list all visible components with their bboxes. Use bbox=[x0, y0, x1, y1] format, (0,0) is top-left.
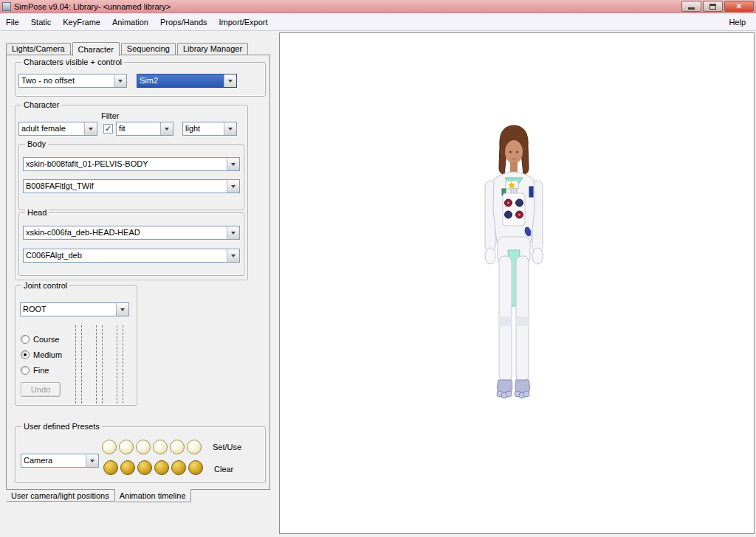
joint-control-legend: Joint control bbox=[21, 281, 69, 291]
app-icon bbox=[2, 2, 11, 11]
radio-medium-label: Medium bbox=[33, 350, 62, 359]
body-legend: Body bbox=[25, 139, 48, 149]
preset-target-dropdown[interactable]: Camera bbox=[21, 454, 99, 468]
tab-character[interactable]: Character bbox=[72, 42, 120, 56]
head-texture-dropdown[interactable]: C006FAlgt_deb bbox=[23, 249, 240, 263]
body-mesh-value: xskin-b008fafit_01-PELVIS-BODY bbox=[24, 158, 227, 170]
joint-slider-y[interactable] bbox=[96, 325, 103, 403]
render-viewport[interactable] bbox=[279, 32, 755, 534]
menubar: File Static KeyFrame Animation Props/Han… bbox=[0, 13, 756, 31]
clear-label: Clear bbox=[214, 465, 233, 474]
side-tabstrip: Lights/Camera Character Sequencing Libra… bbox=[6, 41, 250, 55]
joint-value: ROOT bbox=[21, 303, 116, 316]
character-type-dropdown[interactable]: adult female bbox=[18, 122, 97, 136]
minimize-icon bbox=[688, 7, 695, 10]
chevron-down-icon[interactable] bbox=[227, 249, 239, 262]
characters-visible-legend: Characters visible + control bbox=[21, 58, 124, 67]
preset-slot-button[interactable] bbox=[153, 440, 168, 454]
chevron-down-icon[interactable] bbox=[227, 180, 239, 193]
menu-help[interactable]: Help bbox=[723, 15, 756, 29]
character-legend: Character bbox=[21, 100, 61, 110]
preset-clear-button[interactable] bbox=[103, 460, 118, 475]
preset-clear-row bbox=[103, 460, 205, 475]
chevron-down-icon[interactable] bbox=[224, 75, 236, 87]
chevron-down-icon[interactable] bbox=[227, 226, 239, 239]
menu-import-export[interactable]: Import/Export bbox=[213, 15, 274, 29]
radio-course-label: Course bbox=[33, 335, 59, 344]
preset-clear-button[interactable] bbox=[137, 460, 152, 475]
chevron-down-icon[interactable] bbox=[224, 122, 236, 135]
window-controls: ✕ bbox=[680, 1, 756, 12]
body-texture-value: B008FAFitlgt_TWif bbox=[24, 180, 227, 193]
body-texture-dropdown[interactable]: B008FAFitlgt_TWif bbox=[23, 179, 240, 193]
preset-slot-button[interactable] bbox=[136, 440, 151, 454]
body-mesh-dropdown[interactable]: xskin-b008fafit_01-PELVIS-BODY bbox=[23, 157, 240, 171]
left-panel: Lights/Camera Character Sequencing Libra… bbox=[0, 31, 279, 537]
joint-slider-z[interactable] bbox=[117, 325, 123, 403]
radio-course-circle[interactable] bbox=[21, 335, 30, 344]
head-mesh-dropdown[interactable]: xskin-c006fa_deb-HEAD-HEAD bbox=[23, 226, 240, 240]
radio-fine[interactable]: Fine bbox=[21, 366, 49, 375]
chevron-down-icon[interactable] bbox=[86, 454, 98, 467]
joint-slider-x[interactable] bbox=[75, 325, 82, 403]
preset-clear-button[interactable] bbox=[188, 460, 203, 475]
maximize-button[interactable] bbox=[703, 1, 723, 12]
set-use-label: Set/Use bbox=[213, 443, 241, 451]
preset-set-row bbox=[102, 440, 204, 454]
skin-tone-value: light bbox=[183, 122, 224, 135]
preset-slot-button[interactable] bbox=[119, 440, 134, 454]
chevron-down-icon[interactable] bbox=[116, 303, 128, 316]
character-count-value: Two - no offset bbox=[19, 75, 114, 87]
chevron-down-icon[interactable] bbox=[227, 158, 239, 170]
tab-animation-timeline[interactable]: Animation timeline bbox=[114, 489, 191, 502]
character-count-dropdown[interactable]: Two - no offset bbox=[18, 74, 127, 88]
close-button[interactable]: ✕ bbox=[724, 1, 754, 12]
menu-static[interactable]: Static bbox=[25, 15, 58, 29]
preset-target-value: Camera bbox=[21, 454, 86, 467]
preset-clear-button[interactable] bbox=[154, 460, 169, 475]
tab-user-camera-light-positions[interactable]: User camera/light positions bbox=[6, 490, 114, 502]
filter-label: Filter bbox=[101, 111, 119, 120]
preset-slot-button[interactable] bbox=[187, 440, 202, 454]
chevron-down-icon[interactable] bbox=[84, 122, 97, 135]
preset-slot-button[interactable] bbox=[170, 440, 185, 454]
character-render bbox=[466, 120, 562, 401]
window-title: SimPose v9.04: Library- <unnamed library… bbox=[14, 2, 171, 11]
character-face bbox=[505, 140, 523, 172]
tab-lights-camera[interactable]: Lights/Camera bbox=[6, 43, 71, 55]
maximize-icon bbox=[709, 4, 716, 10]
bottom-tabstrip: User camera/light positions Animation ti… bbox=[6, 490, 191, 502]
character-boots bbox=[497, 380, 530, 398]
radio-fine-label: Fine bbox=[33, 366, 49, 375]
chevron-down-icon[interactable] bbox=[114, 75, 126, 87]
fit-dropdown[interactable]: fit bbox=[116, 122, 173, 136]
titlebar[interactable]: SimPose v9.04: Library- <unnamed library… bbox=[0, 0, 756, 13]
chevron-down-icon[interactable] bbox=[160, 122, 173, 135]
active-sim-value: Sim2 bbox=[137, 75, 224, 87]
head-texture-value: C006FAlgt_deb bbox=[24, 249, 227, 262]
head-group: Head bbox=[18, 212, 244, 276]
undo-button[interactable]: Undo bbox=[21, 382, 61, 397]
skin-tone-dropdown[interactable]: light bbox=[182, 122, 237, 136]
filter-checkbox[interactable] bbox=[103, 124, 113, 134]
character-type-value: adult female bbox=[19, 122, 84, 135]
menu-file[interactable]: File bbox=[0, 15, 25, 29]
preset-clear-button[interactable] bbox=[120, 460, 135, 475]
radio-medium[interactable]: Medium bbox=[21, 350, 62, 359]
preset-clear-button[interactable] bbox=[171, 460, 186, 475]
menu-props-hands[interactable]: Props/Hands bbox=[154, 15, 213, 29]
preset-slot-button[interactable] bbox=[102, 440, 117, 454]
radio-fine-circle[interactable] bbox=[21, 366, 30, 375]
body-group: Body bbox=[18, 144, 244, 210]
tab-library-manager[interactable]: Library Manager bbox=[177, 43, 248, 55]
minimize-button[interactable] bbox=[681, 1, 701, 12]
joint-dropdown[interactable]: ROOT bbox=[20, 302, 129, 316]
active-sim-dropdown[interactable]: Sim2 bbox=[137, 74, 237, 88]
menu-animation[interactable]: Animation bbox=[106, 15, 154, 29]
radio-course[interactable]: Course bbox=[21, 335, 59, 344]
presets-legend: User defined Presets bbox=[21, 422, 102, 432]
radio-medium-circle[interactable] bbox=[21, 350, 30, 359]
close-icon: ✕ bbox=[736, 2, 742, 10]
menu-keyframe[interactable]: KeyFrame bbox=[57, 15, 106, 29]
tab-sequencing[interactable]: Sequencing bbox=[121, 43, 176, 55]
